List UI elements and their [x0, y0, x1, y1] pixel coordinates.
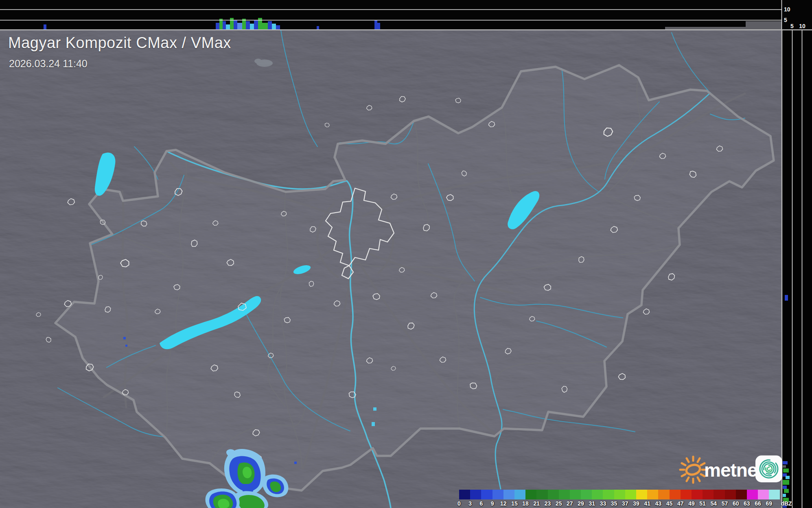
legend-unit-label: dBZ [781, 500, 792, 507]
legend-color-swatch [692, 490, 703, 499]
legend-tick-label: 69 [766, 500, 772, 507]
legend-tick-label: 31 [589, 500, 595, 507]
legend-unit-cell: dBZ [780, 490, 796, 508]
legend-tick-label: 21 [534, 500, 540, 507]
legend-tick-label: 6 [479, 500, 483, 507]
top-scale-5km-label: 5 [784, 17, 787, 23]
legend-tick-label: 45 [666, 500, 673, 507]
legend-tick-label: 37 [622, 500, 628, 507]
legend-tick-label: 39 [633, 500, 639, 507]
legend-tick-label: 49 [688, 500, 695, 507]
legend-color-swatch [525, 490, 536, 499]
legend-color-swatch [647, 490, 658, 499]
legend-color-swatch [492, 490, 503, 499]
legend-tick-label: 63 [744, 500, 750, 507]
legend-tick-label: 43 [655, 500, 662, 507]
radar-composite-screen: 10 5 5 10 [0, 0, 812, 508]
legend-color-swatch [714, 490, 724, 499]
metnet-wordmark: metnet [704, 460, 763, 481]
timestamp: 2026.03.24 11:40 [9, 58, 88, 70]
legend-color-swatch [481, 490, 492, 499]
legend-tick-label: 9 [491, 500, 494, 507]
legend-color-swatch [636, 490, 647, 499]
legend-color-swatch [703, 490, 714, 499]
legend-color-swatch [670, 490, 681, 499]
legend-color-swatch [548, 490, 559, 499]
right-projection-strip [782, 30, 812, 508]
legend-tick-label: 54 [711, 500, 717, 507]
legend-color-swatch [570, 490, 581, 499]
legend-tick-label: 27 [567, 500, 573, 507]
legend-color-cell: 69 [769, 490, 780, 508]
legend-color-swatch [614, 490, 625, 499]
legend-color-swatch [470, 490, 481, 499]
legend-tick-label: 51 [699, 500, 706, 507]
legend-color-swatch [736, 490, 747, 499]
legend-color-swatch [725, 490, 736, 499]
legend-tick-label: 25 [556, 500, 562, 507]
legend-color-swatch [758, 490, 769, 499]
legend-tick-label: 23 [545, 500, 551, 507]
radar-map: 10 5 5 10 [0, 0, 812, 508]
legend-color-swatch [459, 490, 470, 499]
legend-bar: 0369121518212325272931333537394143454749… [459, 490, 796, 508]
metnet-app-icon [755, 455, 782, 482]
legend-tick-label: 3 [468, 500, 472, 507]
legend-color-swatch [681, 490, 692, 499]
legend-color-swatch [503, 490, 514, 499]
legend-color-swatch [603, 490, 614, 499]
legend-color-swatch [658, 490, 669, 499]
legend-color-swatch [514, 490, 525, 499]
legend-tick-label: 18 [522, 500, 529, 507]
legend-color-swatch [747, 490, 758, 499]
legend-tick-label: 29 [578, 500, 584, 507]
right-scale-10km-label: 10 [799, 23, 805, 29]
legend-tick-label: 0 [457, 500, 461, 507]
legend-tick-label: 41 [644, 500, 650, 507]
right-scale-5km-label: 5 [790, 23, 794, 29]
legend-tick-label: 66 [755, 500, 761, 507]
legend-tick-label: 60 [733, 500, 739, 507]
legend-color-swatch [592, 490, 603, 499]
legend-tick-label: 47 [677, 500, 684, 507]
top-projection-strip: 10 5 5 10 [0, 0, 812, 30]
legend-tick-label: 35 [611, 500, 617, 507]
top-scale-10km-label: 10 [784, 6, 790, 13]
legend-tick-label: 57 [722, 500, 728, 507]
legend-color-swatch [559, 490, 570, 499]
legend-color-swatch [625, 490, 636, 499]
legend-tick-label: 15 [511, 500, 518, 507]
page-title: Magyar Kompozit CMax / VMax [8, 34, 231, 52]
legend-tick-label: 33 [600, 500, 606, 507]
legend-color-swatch [536, 490, 547, 499]
legend-tick-label: 12 [500, 500, 507, 507]
legend-color-swatch [581, 490, 592, 499]
legend-color-swatch [769, 490, 780, 499]
map-area [0, 30, 782, 508]
